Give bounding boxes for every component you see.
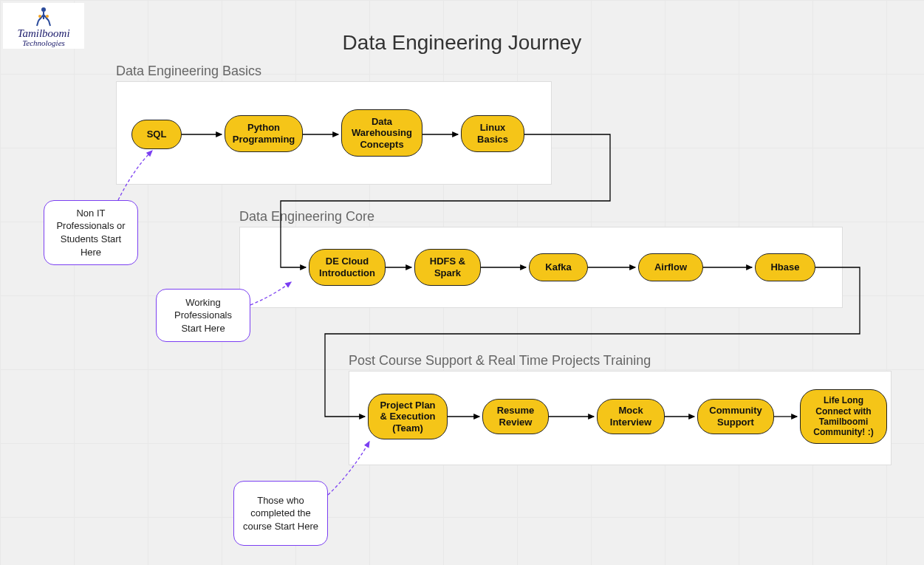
callout-nonit: Non IT Professionals or Students Start H…: [44, 200, 138, 265]
svg-point-0: [41, 7, 46, 12]
node-lifelong: Life Long Connect with Tamilboomi Commun…: [800, 389, 887, 444]
page-title: Data Engineering Journey: [0, 31, 924, 55]
node-hbase: Hbase: [755, 253, 815, 281]
callout-working: Working Professionals Start Here: [156, 289, 250, 342]
node-dwh: Data Warehousing Concepts: [341, 109, 422, 157]
node-decloud: DE Cloud Introduction: [309, 249, 386, 286]
node-kafka: Kafka: [529, 253, 588, 281]
node-community: Community Support: [697, 399, 774, 434]
node-project-plan: Project Plan & Execution (Team): [368, 394, 448, 439]
node-mock: Mock Interview: [597, 399, 665, 434]
callout-completed: Those who completed the course Start Her…: [233, 481, 328, 546]
node-linux: Linux Basics: [461, 115, 524, 152]
node-python: Python Programming: [225, 115, 303, 152]
node-hdfs-spark: HDFS & Spark: [414, 249, 481, 286]
node-airflow: Airflow: [638, 253, 703, 281]
stage-label-basics: Data Engineering Basics: [116, 64, 261, 79]
stage-label-core: Data Engineering Core: [239, 209, 374, 225]
node-sql: SQL: [131, 120, 182, 149]
stage-label-post: Post Course Support & Real Time Projects…: [349, 353, 651, 369]
svg-point-1: [38, 15, 41, 18]
node-resume: Resume Review: [482, 399, 549, 434]
svg-point-2: [46, 15, 49, 18]
logo-icon: [32, 6, 55, 27]
